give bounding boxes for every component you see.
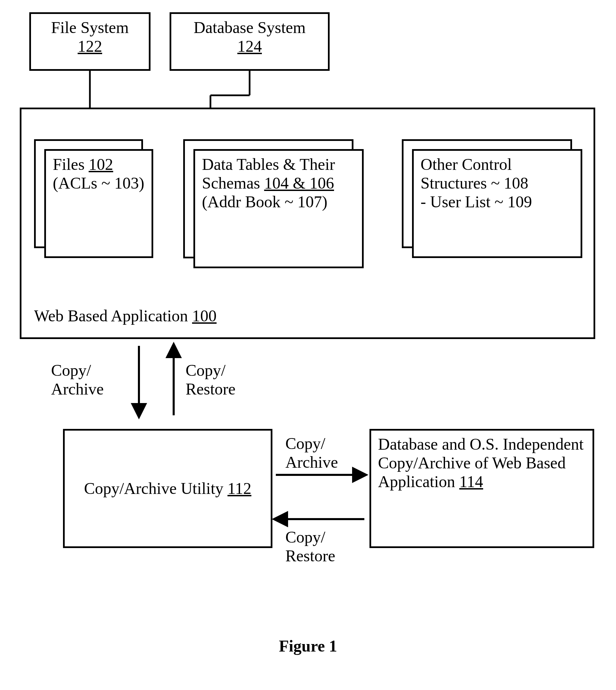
file-system-ref: 122: [78, 37, 102, 55]
datatables-refs: 104 & 106: [264, 174, 334, 192]
otherctl-line1: Other Control Structures ~ 108: [421, 155, 528, 192]
database-system-box: Database System 124: [170, 12, 330, 71]
copy-archive-utility-box: Copy/Archive Utility 112: [63, 429, 272, 548]
datatables-box: Data Tables & Their Schemas 104 & 106 (A…: [193, 149, 364, 268]
archive-ref: 114: [459, 472, 483, 491]
files-title-prefix: Files: [53, 155, 89, 173]
figure-title: Figure 1: [0, 637, 616, 655]
v-arrow-copy-restore-label: Copy/ Restore: [186, 361, 236, 398]
file-system-title: File System: [51, 18, 129, 36]
utility-title: Copy/Archive Utility: [84, 479, 227, 497]
otherctl-box: Other Control Structures ~ 108 - User Li…: [412, 149, 582, 258]
h-arrow-copy-archive-label: Copy/ Archive: [285, 434, 338, 471]
files-acl-line: (ACLs ~ 103): [53, 174, 144, 192]
web-app-prefix: Web Based Application: [34, 307, 192, 325]
web-based-app-label: Web Based Application 100: [34, 306, 217, 325]
web-app-ref: 100: [192, 307, 217, 325]
utility-ref: 112: [227, 479, 251, 497]
datatables-addr-line: (Addr Book ~ 107): [202, 193, 328, 211]
files-ref: 102: [89, 155, 113, 173]
database-system-title: Database System: [193, 18, 305, 36]
database-system-ref: 124: [237, 37, 262, 55]
otherctl-line2: - User List ~ 109: [421, 193, 532, 211]
archive-output-box: Database and O.S. Independent Copy/Archi…: [369, 429, 594, 548]
v-arrow-copy-archive-label: Copy/ Archive: [51, 361, 104, 398]
files-box: Files 102 (ACLs ~ 103): [44, 149, 153, 258]
file-system-box: File System 122: [29, 12, 151, 71]
h-arrow-copy-restore-label: Copy/ Restore: [285, 528, 335, 565]
